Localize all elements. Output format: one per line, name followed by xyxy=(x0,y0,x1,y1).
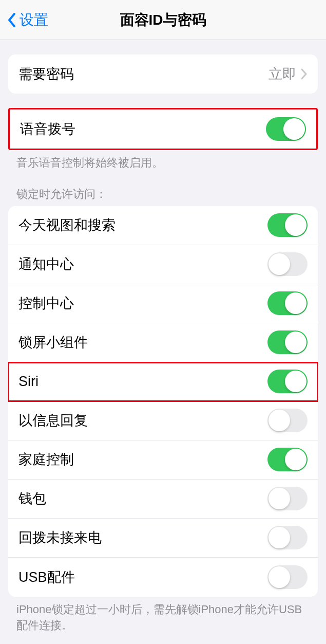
list-item-label: 钱包 xyxy=(18,489,46,508)
list-item-toggle[interactable] xyxy=(267,526,308,549)
list-item-toggle[interactable] xyxy=(267,213,308,237)
list-item-label: Siri xyxy=(18,374,39,390)
list-item-label: 控制中心 xyxy=(18,294,74,312)
lock-access-header: 锁定时允许访问： xyxy=(0,171,326,206)
list-item-label: 通知中心 xyxy=(18,255,74,273)
voice-dial-footer: 音乐语音控制将始终被启用。 xyxy=(0,150,326,171)
list-item: 控制中心 xyxy=(8,284,318,323)
voice-dial-row: 语音拨号 xyxy=(10,109,316,149)
list-item: Siri xyxy=(8,362,318,401)
list-item-toggle[interactable] xyxy=(267,330,308,354)
back-button[interactable]: 设置 xyxy=(0,10,48,30)
list-item-toggle[interactable] xyxy=(267,448,308,471)
list-item-toggle[interactable] xyxy=(267,252,308,276)
back-label: 设置 xyxy=(20,10,48,30)
list-item-label: USB配件 xyxy=(18,568,75,586)
list-item: 今天视图和搜索 xyxy=(8,206,318,245)
lock-access-footer: iPhone锁定超过一小时后，需先解锁iPhone才能允许USB配件连接。 xyxy=(0,597,326,634)
chevron-left-icon xyxy=(7,12,16,28)
voice-dial-toggle[interactable] xyxy=(266,117,306,141)
list-item-toggle[interactable] xyxy=(267,291,308,315)
list-item: 回拨未接来电 xyxy=(8,519,318,558)
list-item-toggle[interactable] xyxy=(267,370,308,393)
header: 设置 面容ID与密码 xyxy=(0,0,326,40)
list-item: 以信息回复 xyxy=(8,401,318,440)
require-passcode-row[interactable]: 需要密码 立即 xyxy=(8,54,318,94)
list-item-label: 锁屏小组件 xyxy=(18,333,88,352)
list-item: USB配件 xyxy=(8,558,318,597)
list-item-label: 家庭控制 xyxy=(18,450,74,469)
list-item-toggle[interactable] xyxy=(267,409,308,432)
page-title: 面容ID与密码 xyxy=(120,10,206,30)
lock-access-list: 今天视图和搜索通知中心控制中心锁屏小组件Siri以信息回复家庭控制钱包回拨未接来… xyxy=(8,206,318,597)
voice-dial-label: 语音拨号 xyxy=(20,120,75,138)
list-item: 锁屏小组件 xyxy=(8,323,318,362)
chevron-right-icon xyxy=(300,68,308,80)
require-passcode-section: 需要密码 立即 xyxy=(8,54,318,94)
list-item: 通知中心 xyxy=(8,245,318,284)
list-item: 家庭控制 xyxy=(8,440,318,480)
require-passcode-value: 立即 xyxy=(269,65,296,83)
list-item-toggle[interactable] xyxy=(267,487,308,510)
list-item-label: 以信息回复 xyxy=(18,411,88,430)
voice-dial-section: 语音拨号 xyxy=(8,108,318,150)
list-item-toggle[interactable] xyxy=(267,565,308,589)
list-item: 钱包 xyxy=(8,480,318,519)
list-item-label: 今天视图和搜索 xyxy=(18,216,116,234)
require-passcode-label: 需要密码 xyxy=(18,65,74,83)
list-item-label: 回拨未接来电 xyxy=(18,528,102,547)
